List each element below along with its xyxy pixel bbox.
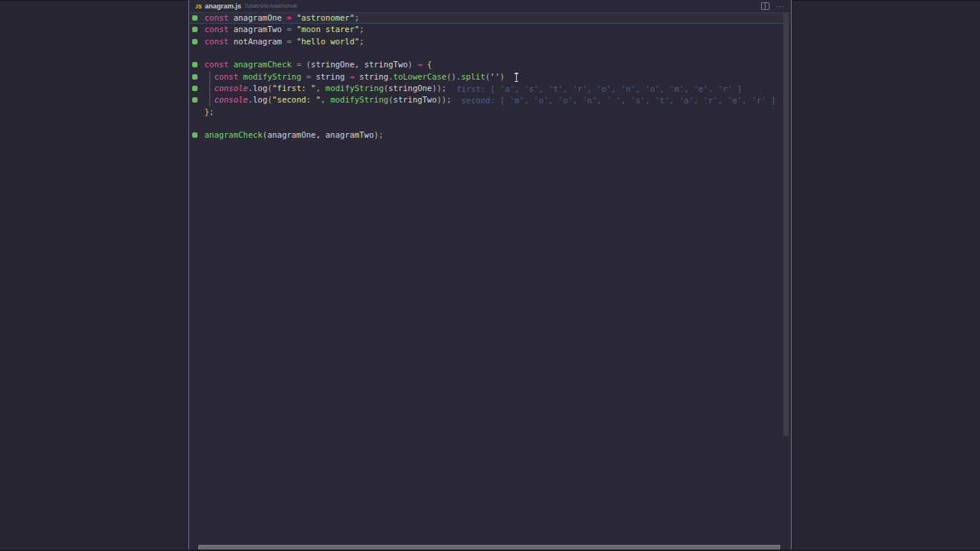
quokka-coverage-square-icon (192, 97, 198, 103)
tab-actions: ··· (761, 0, 785, 11)
gutter (192, 132, 204, 138)
code-text: anagramCheck(anagramOne, anagramTwo); (204, 129, 384, 141)
code-editor[interactable]: const anagramOne = "astronomer";const an… (190, 12, 790, 142)
tab-bar: JS anagram.js /Users/d-ivashchuk ··· (189, 0, 791, 11)
quokka-inline-value: second: [ 'm', 'o', 'o', 'n', ' ', 's', … (461, 96, 776, 105)
quokka-coverage-square-icon (192, 15, 198, 21)
quokka-coverage-square-icon (192, 74, 198, 80)
tab-file-path: /Users/d-ivashchuk (245, 2, 297, 9)
code-text: const anagramOne = "astronomer"; (204, 12, 359, 24)
mouse-cursor-ibeam (514, 73, 519, 82)
gutter (192, 62, 204, 67)
code-line[interactable] (190, 47, 790, 59)
code-line[interactable]: const anagramOne = "astronomer"; (190, 12, 790, 24)
code-line[interactable]: anagramCheck(anagramOne, anagramTwo); (190, 129, 790, 141)
quokka-inline-value: first: [ 'a', 's', 't', 'r', 'o', 'n', '… (456, 84, 742, 93)
code-text: const anagramTwo = "moon starer"; (204, 24, 364, 35)
code-line[interactable]: const modifyString = string ⇒ string.toL… (190, 71, 790, 83)
quokka-coverage-square-icon (192, 39, 198, 44)
javascript-file-icon: JS (195, 4, 202, 9)
quokka-coverage-square-icon (192, 132, 198, 138)
vertical-scrollbar[interactable] (783, 12, 789, 436)
gutter (192, 86, 204, 91)
code-line[interactable]: console.log("second: ", modifyString(str… (190, 94, 790, 106)
code-line[interactable]: const anagramTwo = "moon starer"; (190, 24, 790, 35)
gutter (192, 15, 204, 21)
code-line[interactable]: }; (190, 106, 790, 118)
code-line[interactable]: console.log("first: ", modifyString(stri… (190, 83, 790, 94)
gutter (192, 27, 204, 32)
code-lines: const anagramOne = "astronomer";const an… (190, 12, 790, 142)
code-text: const modifyString = string ⇒ string.toL… (204, 71, 505, 83)
split-editor-icon[interactable] (761, 2, 769, 10)
code-text: const anagramCheck = (stringOne, stringT… (204, 59, 432, 70)
editor-pane: JS anagram.js /Users/d-ivashchuk ··· con… (188, 0, 792, 551)
quokka-coverage-square-icon (192, 86, 198, 91)
tab-file-name[interactable]: anagram.js (205, 2, 242, 10)
gutter (192, 74, 204, 80)
code-text: console.log("second: ", modifyString(str… (204, 94, 451, 106)
code-text: const notAnagram = "hello world"; (204, 36, 364, 47)
code-line[interactable] (190, 118, 790, 129)
code-line[interactable]: const anagramCheck = (stringOne, stringT… (190, 59, 790, 70)
quokka-coverage-square-icon (192, 62, 198, 67)
code-text: console.log("first: ", modifyString(stri… (204, 83, 446, 94)
code-text: }; (204, 106, 214, 118)
indent-guide (209, 71, 211, 106)
code-line[interactable]: const notAnagram = "hello world"; (190, 36, 790, 47)
more-actions-icon[interactable]: ··· (776, 3, 785, 9)
gutter (192, 97, 204, 103)
quokka-coverage-square-icon (192, 27, 198, 32)
gutter (192, 39, 204, 44)
